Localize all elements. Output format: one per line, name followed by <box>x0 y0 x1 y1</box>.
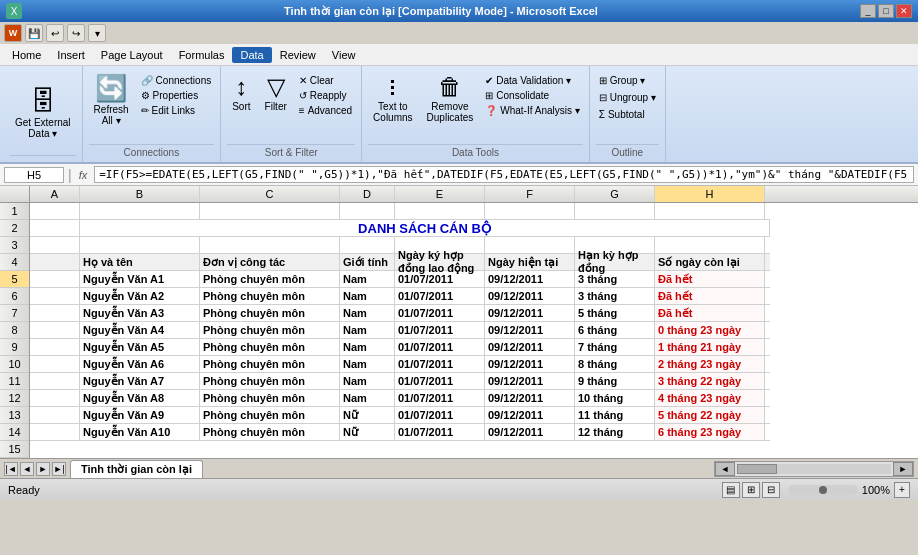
cell-B3[interactable] <box>80 237 200 253</box>
formula-input[interactable] <box>94 166 914 183</box>
menu-page-layout[interactable]: Page Layout <box>93 47 171 63</box>
cell-H[interactable]: 5 tháng 22 ngày <box>655 407 765 423</box>
cell-E[interactable]: 01/07/2011 <box>395 271 485 287</box>
row-header-3[interactable]: 3 <box>0 237 29 254</box>
cell-F[interactable]: 09/12/2011 <box>485 288 575 304</box>
cell-G[interactable]: 5 tháng <box>575 305 655 321</box>
restore-button[interactable]: □ <box>878 4 894 18</box>
cell-G[interactable]: 12 tháng <box>575 424 655 440</box>
row-header-8[interactable]: 8 <box>0 322 29 339</box>
row-header-15[interactable]: 15 <box>0 441 29 458</box>
cell-D[interactable]: Nam <box>340 288 395 304</box>
menu-formulas[interactable]: Formulas <box>171 47 233 63</box>
cell-B1[interactable] <box>80 203 200 219</box>
cell-A[interactable] <box>30 288 80 304</box>
edit-links-button[interactable]: ✏ Edit Links <box>138 104 215 117</box>
cell-A[interactable] <box>30 390 80 406</box>
col-header-A[interactable]: A <box>30 186 80 202</box>
horizontal-scrollbar[interactable]: ◄ ► <box>714 461 914 477</box>
cell-F3[interactable] <box>485 237 575 253</box>
row-header-5[interactable]: 5 <box>0 271 29 288</box>
row-header-6[interactable]: 6 <box>0 288 29 305</box>
cell-B[interactable]: Nguyễn Văn A1 <box>80 271 200 287</box>
cell-F[interactable]: 09/12/2011 <box>485 305 575 321</box>
col-header-F[interactable]: F <box>485 186 575 202</box>
cell-E[interactable]: 01/07/2011 <box>395 373 485 389</box>
cell-F[interactable]: 09/12/2011 <box>485 390 575 406</box>
customize-qa-button[interactable]: ▾ <box>88 24 106 42</box>
scroll-left-btn[interactable]: ◄ <box>715 462 735 476</box>
cell-E[interactable]: 01/07/2011 <box>395 339 485 355</box>
remove-duplicates-button[interactable]: 🗑 RemoveDuplicates <box>422 70 479 126</box>
cell-A4[interactable] <box>30 254 80 270</box>
cell-F[interactable]: 09/12/2011 <box>485 356 575 372</box>
col-header-C[interactable]: C <box>200 186 340 202</box>
cell-C[interactable]: Phòng chuyên môn <box>200 322 340 338</box>
cell-D3[interactable] <box>340 237 395 253</box>
cell-E[interactable]: 01/07/2011 <box>395 356 485 372</box>
text-to-columns-button[interactable]: ⫶ Text toColumns <box>368 70 417 126</box>
row-header-13[interactable]: 13 <box>0 407 29 424</box>
page-break-btn[interactable]: ⊟ <box>762 482 780 498</box>
cell-D[interactable]: Nam <box>340 305 395 321</box>
cell-G[interactable]: 3 tháng <box>575 271 655 287</box>
zoom-in-btn[interactable]: + <box>894 482 910 498</box>
col-header-D[interactable]: D <box>340 186 395 202</box>
row-header-12[interactable]: 12 <box>0 390 29 407</box>
cell-F1[interactable] <box>485 203 575 219</box>
cell-H1[interactable] <box>655 203 765 219</box>
cell-E[interactable]: 01/07/2011 <box>395 407 485 423</box>
cell-C[interactable]: Phòng chuyên môn <box>200 373 340 389</box>
cell-D[interactable]: Nam <box>340 322 395 338</box>
cell-D1[interactable] <box>340 203 395 219</box>
scroll-thumb[interactable] <box>737 464 777 474</box>
name-box[interactable] <box>4 167 64 183</box>
cell-G[interactable]: 7 tháng <box>575 339 655 355</box>
reapply-button[interactable]: ↺ Reapply <box>296 89 355 102</box>
cell-H[interactable]: Đã hết <box>655 305 765 321</box>
row-header-4[interactable]: 4 <box>0 254 29 271</box>
cell-A[interactable] <box>30 424 80 440</box>
menu-review[interactable]: Review <box>272 47 324 63</box>
page-layout-btn[interactable]: ⊞ <box>742 482 760 498</box>
cell-B[interactable]: Nguyễn Văn A10 <box>80 424 200 440</box>
cell-A[interactable] <box>30 339 80 355</box>
cell-H[interactable]: 4 tháng 23 ngày <box>655 390 765 406</box>
cell-A[interactable] <box>30 305 80 321</box>
menu-view[interactable]: View <box>324 47 364 63</box>
cell-C1[interactable] <box>200 203 340 219</box>
cell-H[interactable]: 1 tháng 21 ngày <box>655 339 765 355</box>
cell-F[interactable]: 09/12/2011 <box>485 322 575 338</box>
cell-E[interactable]: 01/07/2011 <box>395 322 485 338</box>
cell-B[interactable]: Nguyễn Văn A7 <box>80 373 200 389</box>
get-external-data-button[interactable]: 🗄 Get ExternalData ▾ <box>10 83 76 142</box>
cell-B[interactable]: Nguyễn Văn A5 <box>80 339 200 355</box>
cell-G[interactable]: 10 tháng <box>575 390 655 406</box>
cell-C[interactable]: Phòng chuyên môn <box>200 288 340 304</box>
cell-B[interactable]: Nguyễn Văn A3 <box>80 305 200 321</box>
cell-G1[interactable] <box>575 203 655 219</box>
what-if-button[interactable]: ❓ What-If Analysis ▾ <box>482 104 582 117</box>
cell-E[interactable]: 01/07/2011 <box>395 288 485 304</box>
data-validation-button[interactable]: ✔ Data Validation ▾ <box>482 74 582 87</box>
zoom-label[interactable]: 100% <box>862 484 890 496</box>
row-header-2[interactable]: 2 <box>0 220 29 237</box>
save-button[interactable]: 💾 <box>25 24 43 42</box>
cell-B[interactable]: Nguyễn Văn A8 <box>80 390 200 406</box>
cell-H3[interactable] <box>655 237 765 253</box>
advanced-button[interactable]: ≡ Advanced <box>296 104 355 117</box>
cell-A2[interactable] <box>30 220 80 236</box>
cell-F4[interactable]: Ngày hiện tại <box>485 254 575 270</box>
cell-D[interactable]: Nữ <box>340 407 395 423</box>
cell-H[interactable]: Đã hết <box>655 271 765 287</box>
cell-F[interactable]: 09/12/2011 <box>485 271 575 287</box>
cell-A[interactable] <box>30 356 80 372</box>
cell-C4[interactable]: Đơn vị công tác <box>200 254 340 270</box>
tab-scroll-last[interactable]: ►| <box>52 462 66 476</box>
cell-C[interactable]: Phòng chuyên môn <box>200 407 340 423</box>
cell-C3[interactable] <box>200 237 340 253</box>
cell-E4[interactable]: Ngày ký hợp đồng lao động <box>395 254 485 270</box>
zoom-slider[interactable] <box>788 485 858 495</box>
connections-button[interactable]: 🔗 Connections <box>138 74 215 87</box>
tab-scroll-prev[interactable]: ◄ <box>20 462 34 476</box>
